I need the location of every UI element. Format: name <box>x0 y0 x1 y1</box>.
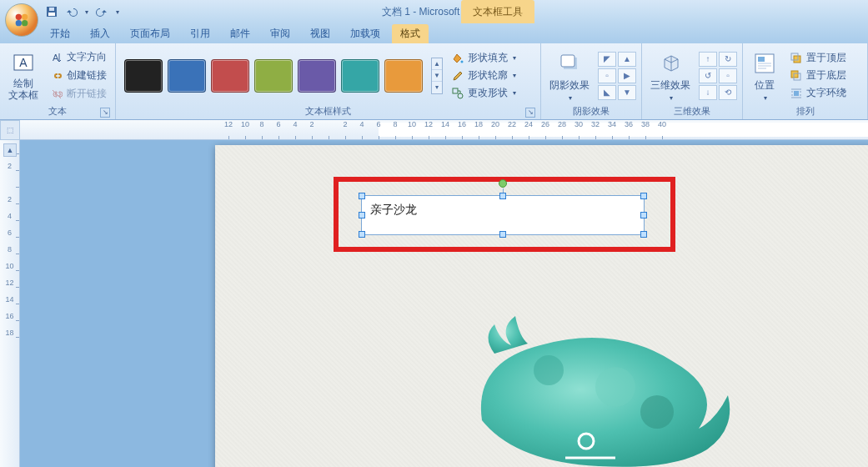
office-button[interactable] <box>5 3 38 37</box>
shadow-toggle[interactable]: ▫ <box>598 68 616 83</box>
draw-textbox-button[interactable]: A 绘制 文本框 <box>5 48 42 102</box>
hruler-tick: 2 <box>337 120 354 139</box>
threeD-effects-button[interactable]: 三维效果 ▾ <box>647 48 694 103</box>
hruler-tick: 4 <box>287 120 304 139</box>
text-wrap-label: 文字环绕 <box>806 86 846 100</box>
tab-review[interactable]: 审阅 <box>262 24 299 43</box>
group-3d-label: 三维效果 <box>674 106 710 116</box>
tab-view[interactable]: 视图 <box>302 24 339 43</box>
hruler-tick: 18 <box>470 120 487 139</box>
horizontal-ruler[interactable]: 1210864224681012141618202224262830323436… <box>20 120 868 140</box>
style-swatch-3[interactable] <box>254 59 293 93</box>
tilt-left[interactable]: ↺ <box>699 68 717 83</box>
resize-handle-s[interactable] <box>499 231 506 238</box>
quick-access-toolbar: ▾ ▾ <box>43 3 122 20</box>
resize-handle-se[interactable] <box>640 231 647 238</box>
style-swatch-2[interactable] <box>211 59 249 93</box>
tab-insert[interactable]: 插入 <box>82 24 118 43</box>
resize-handle-nw[interactable] <box>359 193 365 199</box>
group-styles-launcher[interactable]: ↘ <box>525 108 535 118</box>
tab-format[interactable]: 格式 <box>392 24 429 43</box>
resize-handle-n[interactable] <box>499 193 506 199</box>
resize-handle-ne[interactable] <box>640 193 647 199</box>
hruler-tick: 30 <box>570 120 587 139</box>
group-text-launcher[interactable]: ↘ <box>100 108 110 118</box>
whale-image[interactable] <box>449 295 732 467</box>
tilt-right[interactable]: ↻ <box>719 52 737 67</box>
draw-textbox-label: 绘制 文本框 <box>8 78 38 100</box>
vruler-tick: 16 <box>0 312 19 329</box>
tilt-up[interactable]: ↑ <box>699 52 717 67</box>
vertical-ruler[interactable]: 224681012141618 <box>0 140 20 467</box>
rotate-handle[interactable] <box>499 179 507 188</box>
position-label: 位置 <box>755 78 775 93</box>
style-swatch-6[interactable] <box>384 59 423 93</box>
shadow-nudge-down-left[interactable]: ◣ <box>598 85 616 100</box>
gallery-more[interactable]: ▾ <box>432 82 442 93</box>
qat-customize-dropdown[interactable]: ▾ <box>113 3 122 20</box>
svg-point-24 <box>595 367 635 407</box>
hruler-tick <box>320 120 337 139</box>
shape-outline-button[interactable]: 形状轮廓▾ <box>448 68 519 84</box>
group-shadow: 阴影效果 ▾ ◤ ▲ ▫ ▶ ◣ ▼ 阴影效果 <box>541 43 642 119</box>
gallery-scroll-up[interactable]: ▲ <box>432 58 442 70</box>
tab-mailings[interactable]: 邮件 <box>222 24 258 43</box>
style-swatch-0[interactable] <box>124 59 163 93</box>
shadow-nudge-up-left[interactable]: ◤ <box>598 52 616 67</box>
svg-rect-14 <box>561 55 574 67</box>
document-page[interactable]: 亲子沙龙 <box>215 145 868 467</box>
style-swatch-4[interactable] <box>298 59 336 93</box>
vertical-scroll-up[interactable]: ▲ <box>3 143 17 157</box>
svg-point-1 <box>22 14 28 20</box>
tilt-down[interactable]: ↓ <box>699 85 717 100</box>
text-box-content[interactable]: 亲子沙龙 <box>362 196 644 224</box>
tilt-toggle[interactable]: ▫ <box>719 68 737 83</box>
style-swatch-5[interactable] <box>341 59 379 93</box>
create-link-button[interactable]: 创建链接 <box>47 68 110 84</box>
hruler-tick: 32 <box>587 120 604 139</box>
svg-point-3 <box>22 20 28 26</box>
bring-to-front-button[interactable]: 置于顶层 <box>786 50 850 67</box>
change-shape-icon <box>451 87 464 100</box>
shadow-nudge-down[interactable]: ▼ <box>618 85 636 100</box>
shadow-effects-button[interactable]: 阴影效果 ▾ <box>546 48 593 103</box>
tilt-reset[interactable]: ⟲ <box>719 85 737 100</box>
shadow-nudge-right[interactable]: ▶ <box>618 68 636 83</box>
qat-undo-button[interactable] <box>63 3 80 20</box>
svg-rect-21 <box>794 91 799 96</box>
resize-handle-w[interactable] <box>359 212 365 218</box>
office-logo-icon <box>13 11 31 29</box>
gallery-scroll-down[interactable]: ▼ <box>432 70 442 82</box>
tab-home[interactable]: 开始 <box>42 24 78 43</box>
tab-page-layout[interactable]: 页面布局 <box>122 24 178 43</box>
qat-undo-dropdown[interactable]: ▾ <box>83 3 90 20</box>
selected-text-box[interactable]: 亲子沙龙 <box>361 195 645 235</box>
style-gallery[interactable] <box>121 56 426 96</box>
hruler-tick: 20 <box>487 120 504 139</box>
tab-addins[interactable]: 加载项 <box>342 24 389 43</box>
qat-redo-button[interactable] <box>93 3 110 20</box>
style-swatch-1[interactable] <box>168 59 206 93</box>
ruler-corner[interactable]: ⬚ <box>0 120 20 140</box>
resize-handle-e[interactable] <box>640 212 647 218</box>
vruler-tick: 4 <box>0 212 19 228</box>
vruler-tick: 12 <box>0 279 19 295</box>
qat-save-button[interactable] <box>43 3 60 20</box>
shadow-nudge-up[interactable]: ▲ <box>618 52 636 67</box>
text-wrap-button[interactable]: 文字环绕 <box>786 85 850 102</box>
hruler-tick: 38 <box>637 120 654 139</box>
change-shape-button[interactable]: 更改形状▾ <box>448 85 519 102</box>
resize-handle-sw[interactable] <box>359 231 365 238</box>
redo-icon <box>96 6 108 18</box>
hruler-tick: 8 <box>253 120 270 139</box>
send-to-back-button[interactable]: 置于底层 <box>786 68 850 84</box>
position-button[interactable]: 位置 ▾ <box>748 48 781 103</box>
break-link-button[interactable]: 断开链接 <box>47 86 110 103</box>
text-direction-button[interactable]: A 文字方向 <box>47 49 110 66</box>
hruler-tick: 4 <box>354 120 370 139</box>
pencil-icon <box>451 69 464 83</box>
document-viewport[interactable]: 亲子沙龙 <box>20 140 868 467</box>
shape-fill-button[interactable]: 形状填充▾ <box>448 50 519 67</box>
workspace: ⬚ 12108642246810121416182022242628303234… <box>0 120 868 467</box>
tab-references[interactable]: 引用 <box>182 24 218 43</box>
